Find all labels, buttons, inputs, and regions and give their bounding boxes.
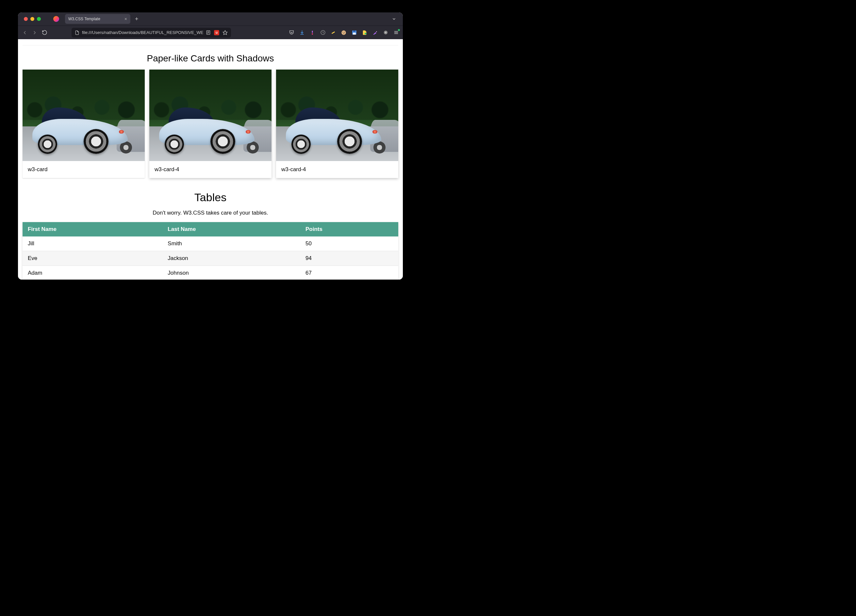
extension-icon[interactable]	[383, 30, 388, 35]
tabs-dropdown-button[interactable]	[392, 17, 396, 21]
tab-bar: W3.CSS Template × +	[18, 12, 403, 26]
card-image	[149, 69, 271, 161]
tables-subtext: Don't worry. W3.CSS takes care of your t…	[23, 210, 398, 216]
extension-icon[interactable]	[320, 30, 326, 35]
table-row: Jill Smith 50	[23, 237, 398, 251]
browser-window: W3.CSS Template × +	[18, 12, 403, 280]
svg-point-20	[385, 32, 386, 33]
card: w3-card	[23, 69, 145, 178]
card-image	[23, 69, 145, 161]
table-cell: 67	[300, 266, 398, 280]
back-button[interactable]	[22, 30, 28, 35]
column-header: Points	[300, 222, 398, 237]
reader-mode-button[interactable]	[206, 30, 211, 35]
cards-row: w3-card w3-card-4 w3-c	[23, 69, 398, 178]
bookmark-button[interactable]	[223, 30, 228, 35]
table-cell: Jackson	[162, 251, 300, 266]
tab-title: W3.CSS Template	[68, 17, 100, 21]
svg-point-12	[342, 31, 346, 35]
card-label: w3-card-4	[276, 161, 398, 178]
window-controls	[24, 17, 41, 21]
card-label: w3-card	[23, 161, 145, 178]
extension-icon[interactable]	[372, 30, 378, 35]
nav-bar: file:///Users/nathan/Downloads/BEAUTIFUL…	[18, 26, 403, 39]
card-image	[276, 69, 398, 161]
table-cell: Eve	[23, 251, 162, 266]
svg-rect-11	[332, 31, 335, 34]
extension-icon[interactable]	[329, 28, 337, 37]
page-content: Paper-like Cards with Shadows w3-card	[18, 45, 403, 280]
pocket-button[interactable]	[288, 30, 294, 35]
data-table: First Name Last Name Points Jill Smith 5…	[23, 222, 398, 280]
table-cell: Adam	[23, 266, 162, 280]
table-cell: Johnson	[162, 266, 300, 280]
column-header: First Name	[23, 222, 162, 237]
divider	[23, 45, 398, 45]
card: w3-card-4	[276, 69, 398, 178]
toolbar-extensions	[288, 30, 399, 35]
svg-rect-16	[353, 31, 355, 32]
new-tab-button[interactable]: +	[133, 16, 140, 23]
extension-icon[interactable]	[362, 30, 368, 35]
file-icon	[75, 31, 79, 35]
close-tab-button[interactable]: ×	[125, 16, 127, 22]
table-header: First Name Last Name Points	[23, 222, 398, 237]
svg-marker-4	[223, 31, 227, 35]
svg-point-14	[344, 32, 345, 32]
close-window-button[interactable]	[24, 17, 28, 21]
browser-chrome: W3.CSS Template × +	[18, 12, 403, 39]
extension-icon[interactable]	[341, 30, 346, 35]
card-label: w3-card-4	[149, 161, 271, 178]
svg-point-7	[312, 33, 313, 35]
cards-heading: Paper-like Cards with Shadows	[23, 53, 398, 64]
save-icon[interactable]	[351, 30, 357, 35]
firefox-icon	[53, 16, 59, 22]
browser-tab[interactable]: W3.CSS Template ×	[65, 14, 130, 24]
app-menu-button[interactable]	[393, 30, 399, 35]
svg-point-18	[365, 33, 366, 34]
svg-point-13	[343, 32, 343, 32]
blocker-badge-icon[interactable]: u	[214, 30, 219, 35]
url-actions: u	[206, 30, 228, 35]
table-row: Adam Johnson 67	[23, 266, 398, 280]
extension-icon[interactable]	[309, 30, 315, 35]
forward-button[interactable]	[32, 30, 38, 35]
table-cell: Smith	[162, 237, 300, 251]
table-cell: 50	[300, 237, 398, 251]
card: w3-card-4	[149, 69, 271, 178]
svg-line-10	[323, 33, 323, 33]
table-cell: Jill	[23, 237, 162, 251]
url-text: file:///Users/nathan/Downloads/BEAUTIFUL…	[82, 30, 203, 35]
minimize-window-button[interactable]	[31, 17, 34, 21]
page-viewport[interactable]: Paper-like Cards with Shadows w3-card	[18, 39, 403, 280]
maximize-window-button[interactable]	[37, 17, 41, 21]
reload-button[interactable]	[42, 30, 48, 35]
tables-heading: Tables	[23, 191, 398, 204]
url-bar[interactable]: file:///Users/nathan/Downloads/BEAUTIFUL…	[72, 28, 231, 38]
table-row: Eve Jackson 94	[23, 251, 398, 266]
table-body: Jill Smith 50 Eve Jackson 94 Adam Johnso…	[23, 237, 398, 280]
downloads-button[interactable]	[299, 30, 305, 35]
svg-rect-17	[353, 33, 356, 35]
table-cell: 94	[300, 251, 398, 266]
column-header: Last Name	[162, 222, 300, 237]
